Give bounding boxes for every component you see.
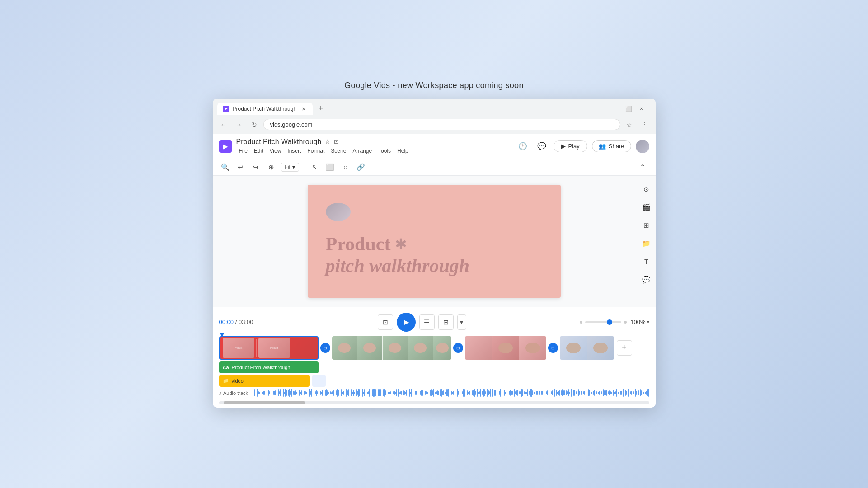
minimize-button[interactable]: — [611,104,621,114]
bookmark-button[interactable]: ☆ [623,118,636,131]
maximize-button[interactable]: ⬜ [624,104,634,114]
waveform-bar [394,391,395,395]
record-icon[interactable]: ⊙ [640,183,653,196]
waveform-bar [418,392,418,394]
video-clip-pink[interactable] [465,336,546,360]
waveform-bar [477,389,478,396]
scene-view-button[interactable]: ⊡ [378,314,393,330]
menu-help[interactable]: Help [394,147,411,155]
waveform-bar [645,392,646,394]
waveform-bar [310,391,311,395]
waveform-bar [400,391,401,394]
shape-tool-button[interactable]: ⬜ [324,161,337,174]
waveform-bar [514,389,515,397]
play-button[interactable]: ▶ Play [554,140,587,152]
menu-file[interactable]: File [236,147,250,155]
menu-format[interactable]: Format [305,147,327,155]
menu-tools[interactable]: Tools [375,147,394,155]
waveform-bar [502,390,502,395]
green-track[interactable]: Aa Product Pitch Walkthrough [219,361,319,373]
zoom-level: Fit [285,164,291,170]
play-circle-button[interactable]: ▶ [397,313,416,332]
add-clip-button[interactable]: + [617,340,632,356]
zoom-thumb [607,319,612,325]
resize-icon[interactable]: ⊞ [640,219,653,232]
comment-button[interactable]: 💬 [535,139,549,154]
menu-insert[interactable]: Insert [285,147,304,155]
draw-tool-button[interactable]: ○ [339,161,352,174]
zoom-fit-button[interactable]: ⊕ [265,161,278,174]
video-clip-white[interactable] [560,336,614,360]
avatar[interactable] [636,140,649,153]
timeline-view-button[interactable]: ⊟ [438,314,454,330]
history-button[interactable]: 🕐 [516,139,530,154]
current-time: 00:00 [219,319,234,325]
collapse-button[interactable]: ⌃ [637,161,649,174]
yellow-track[interactable]: 📁 video [219,375,310,387]
waveform-bar [356,389,357,396]
track-extend [312,375,326,387]
right-panel: ⊙ 🎬 ⊞ 📁 T 💬 [638,176,656,307]
waveform-bar [618,392,619,394]
share-button[interactable]: 👥 Share [592,140,631,152]
waveform-bar [525,392,526,394]
zoom-dropdown-icon[interactable]: ▾ [647,319,649,324]
refresh-button[interactable]: ↻ [248,118,261,131]
waveform-bar [263,391,264,395]
waveform-bar [369,389,370,397]
waveform-bar [333,390,334,396]
present-icon[interactable]: ⊡ [334,138,339,145]
menu-view[interactable]: View [267,147,284,155]
waveform-bar [256,390,257,396]
camera-icon[interactable]: 🎬 [640,201,653,214]
window-close-button[interactable]: × [637,104,647,114]
waveform-bar [379,389,380,397]
back-button[interactable]: ← [217,118,230,131]
select-tool-button[interactable]: ↖ [309,161,321,174]
waveform-bar [630,391,631,394]
video-clip-green[interactable] [332,336,451,360]
waveform-bar [313,392,314,394]
menu-edit[interactable]: Edit [251,147,266,155]
waveform-bar [613,390,614,396]
waveform-bar [507,390,507,395]
zoom-track[interactable] [585,321,621,323]
waveform-bar [340,390,341,396]
timeline-scrollbar[interactable] [219,401,649,404]
menu-scene[interactable]: Scene [328,147,349,155]
waveform-bar [614,392,615,394]
timeline-more-button[interactable]: ▾ [457,314,466,330]
top-label: Google Vids - new Workspace app coming s… [344,81,523,90]
star-icon[interactable]: ☆ [325,138,330,145]
caption-icon[interactable]: 💬 [640,273,653,286]
folder-icon[interactable]: 📁 [640,237,653,250]
new-tab-button[interactable]: + [314,103,327,115]
waveform-bar [396,389,397,396]
address-bar[interactable]: vids.google.com [263,119,620,130]
waveform-bar [383,389,384,397]
menu-arrange[interactable]: Arrange [350,147,375,155]
forward-button[interactable]: → [233,118,245,131]
waveform-bar [380,389,381,396]
text-icon[interactable]: T [640,255,653,268]
waveform-bar [583,391,584,395]
waveform-bar [520,391,521,394]
link-tool-button[interactable]: 🔗 [355,161,367,174]
redo-button[interactable]: ↪ [250,161,263,174]
zoom-selector[interactable]: Fit ▾ [281,163,299,172]
tab-close-icon[interactable]: × [300,105,307,113]
slide-canvas[interactable]: Product ✱ pitch walkthrough [308,185,561,298]
waveform-bar [261,391,262,395]
waveform-bar [306,392,307,394]
waveform-bar [350,392,351,394]
browser-tab[interactable]: ▶ Product Pitch Walkthrough × [217,103,313,115]
list-view-button[interactable]: ☰ [419,314,435,330]
undo-button[interactable]: ↩ [235,161,247,174]
menu-button[interactable]: ⋮ [638,118,651,131]
waveform-bar [373,389,374,397]
red-clip[interactable]: Product Product [219,336,319,360]
app-header-actions: 🕐 💬 ▶ Play 👥 Share [516,139,649,154]
waveform-bar [576,391,577,394]
zoom-in-button[interactable]: 🔍 [219,161,232,174]
waveform-bar [556,390,557,396]
